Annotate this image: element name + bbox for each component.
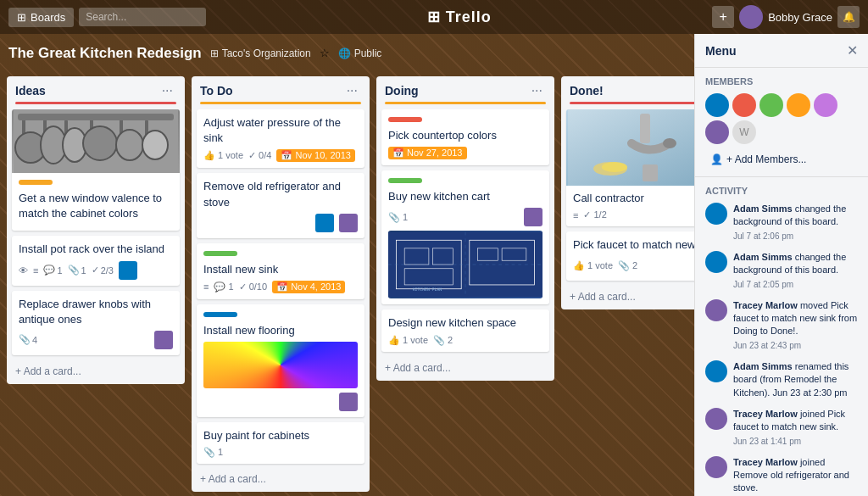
card-countertop[interactable]: Pick countertop colors 📅 Nov 27, 2013 [381, 109, 549, 165]
trello-logo: ⊞ Trello [427, 8, 492, 26]
list-todo: To Do ··· Adjust water pressure of the s… [192, 76, 370, 492]
add-card-todo[interactable]: + Add a card... [192, 468, 370, 492]
list-done-title: Done! [570, 84, 604, 98]
desc-icon: ≡ [33, 265, 38, 276]
menu-title: Menu [705, 44, 737, 58]
list-ideas-title: Ideas [15, 84, 46, 98]
member-avatar-4 [787, 93, 810, 117]
member-avatar-6 [705, 120, 729, 144]
meta-vote-13: 👍 1 vote [573, 260, 613, 271]
activity-avatar-3 [705, 299, 727, 321]
members-section-title: Members [705, 76, 858, 86]
activity-time-3: Jun 23 at 2:43 pm [733, 340, 858, 352]
card-new-sink[interactable]: Install new sink ≡ 💬 1 ✓ 0/10 📅 Nov 4, 2… [197, 243, 364, 299]
meta-attach-13: 📎 2 [618, 260, 637, 271]
meta-check-4: ✓ 0/4 [248, 150, 271, 161]
svg-point-27 [663, 138, 676, 148]
list-todo-menu-button[interactable]: ··· [343, 83, 361, 98]
org-icon: ⊞ [210, 47, 219, 59]
user-name: Bobby Grace [768, 11, 832, 24]
activity-time-5: Jun 23 at 1:41 pm [733, 436, 858, 448]
list-doing-cards: Pick countertop colors 📅 Nov 27, 2013 Bu… [376, 109, 554, 357]
list-ideas-color-bar [15, 102, 176, 104]
activity-section-title: Activity [705, 186, 858, 196]
attach-icon-3: 📎 [19, 334, 31, 345]
public-badge[interactable]: 🌐 Public [338, 47, 382, 59]
meta-attach: 📎1 [68, 265, 86, 276]
card-title-10: Buy new kitchen cart [388, 189, 542, 204]
topbar: ⊞ Boards ⊞ Trello + Bobby Grace 🔔 [0, 0, 868, 34]
topbar-center: ⊞ Trello [211, 8, 707, 26]
svg-point-8 [83, 126, 117, 160]
date-badge-6: 📅 Nov 4, 2013 [272, 281, 345, 293]
card-design-kitchen[interactable]: Design new kitchen space 👍 1 vote 📎 2 [381, 309, 549, 351]
card-label-green [203, 251, 237, 256]
card-meta-5 [203, 214, 358, 232]
list-doing-menu-button[interactable]: ··· [528, 83, 546, 98]
list-ideas-menu-button[interactable]: ··· [159, 83, 176, 98]
eye-icon: 👁 [19, 265, 28, 276]
card-meta-6: ≡ 💬 1 ✓ 0/10 📅 Nov 4, 2013 [203, 281, 358, 293]
blueprint-svg: KITCHEN PLAN [388, 231, 542, 298]
activity-time-2: Jul 7 at 2:05 pm [733, 279, 858, 291]
meta-check-12: ✓ 1/2 [583, 209, 606, 220]
card-title-1: Get a new window valence to match the ca… [19, 191, 173, 221]
card-member-avatar [119, 261, 137, 280]
meta-attach-10: 📎 1 [388, 212, 408, 223]
card-label-orange [19, 180, 53, 185]
card-window-valence[interactable]: Get a new window valence to match the ca… [12, 109, 180, 231]
activity-item-3: Tracey Marlow moved Pick faucet to match… [705, 299, 858, 352]
board-title: The Great Kitchen Redesign [8, 45, 202, 62]
list-doing: Doing ··· Pick countertop colors 📅 Nov 2… [376, 76, 554, 381]
card-paint[interactable]: Buy paint for cabinets 📎 1 [197, 422, 364, 464]
card-member-avatar-5b [339, 214, 358, 232]
activity-text-1: Adam Simms changed the background of thi… [733, 203, 858, 242]
card-meta-4: 👍 1 vote ✓ 0/4 📅 Nov 10, 2013 [203, 149, 358, 162]
org-badge[interactable]: ⊞ Taco's Organization [210, 47, 311, 59]
activity-avatar-5 [705, 408, 727, 430]
member-avatar-2 [732, 93, 756, 117]
card-water-pressure[interactable]: Adjust water pressure of the sink 👍 1 vo… [197, 109, 364, 168]
card-colors-image [203, 342, 358, 388]
card-refrigerator[interactable]: Remove old refrigerator and stove [197, 173, 364, 237]
meta-desc: ≡ [33, 265, 38, 276]
notification-button[interactable]: 🔔 [837, 6, 860, 28]
date-badge-9: 📅 Nov 27, 2013 [388, 147, 467, 159]
member-avatar-5 [814, 93, 837, 117]
meta-vote-11: 👍 1 vote [388, 335, 428, 346]
topbar-right: + Bobby Grace 🔔 [712, 5, 860, 29]
activity-item-2: Adam Simms changed the background of thi… [705, 251, 858, 291]
card-pot-rack[interactable]: Install pot rack over the island 👁 ≡ 💬1 … [12, 236, 180, 285]
activity-avatar-2 [705, 251, 727, 273]
add-card-ideas[interactable]: + Add a card... [7, 360, 185, 384]
add-members-button[interactable]: 👤 + Add Members... [705, 151, 811, 168]
list-ideas-cards: Get a new window valence to match the ca… [7, 109, 185, 360]
card-flooring[interactable]: Install new flooring [197, 304, 364, 417]
activity-section: Activity Adam Simms changed the backgrou… [695, 177, 868, 496]
list-doing-title: Doing [385, 84, 419, 98]
boards-button[interactable]: ⊞ Boards [8, 8, 74, 27]
meta-desc-12: ≡ [573, 210, 578, 220]
meta-attach-11: 📎 2 [433, 335, 453, 346]
card-kitchen-cart[interactable]: Buy new kitchen cart 📎 1 [381, 170, 549, 304]
meta-check-6: ✓ 0/10 [239, 281, 267, 293]
card-meta-7 [203, 393, 358, 411]
member-avatar-1 [705, 93, 729, 117]
members-row: W [705, 93, 858, 144]
list-ideas-header: Ideas ··· [7, 76, 185, 102]
card-title-5: Remove old refrigerator and stove [203, 179, 358, 209]
star-icon[interactable]: ☆ [320, 47, 330, 59]
create-button[interactable]: + [712, 6, 734, 28]
meta-vote-4: 👍 1 vote [203, 150, 243, 161]
date-badge-4: 📅 Nov 10, 2013 [276, 149, 355, 162]
comment-icon: 💬 [43, 265, 55, 276]
search-input[interactable] [79, 8, 206, 26]
activity-avatar-1 [705, 203, 727, 225]
member-avatar-3 [760, 93, 783, 117]
menu-close-button[interactable]: ✕ [847, 42, 858, 59]
menu-header: Menu ✕ [695, 34, 868, 68]
card-drawer-knobs[interactable]: Replace drawer knobs with antique ones 📎… [12, 291, 180, 355]
add-card-doing[interactable]: + Add a card... [376, 357, 554, 381]
meta-attach-8: 📎 1 [203, 447, 223, 458]
meta-comment-6: 💬 1 [214, 281, 233, 293]
